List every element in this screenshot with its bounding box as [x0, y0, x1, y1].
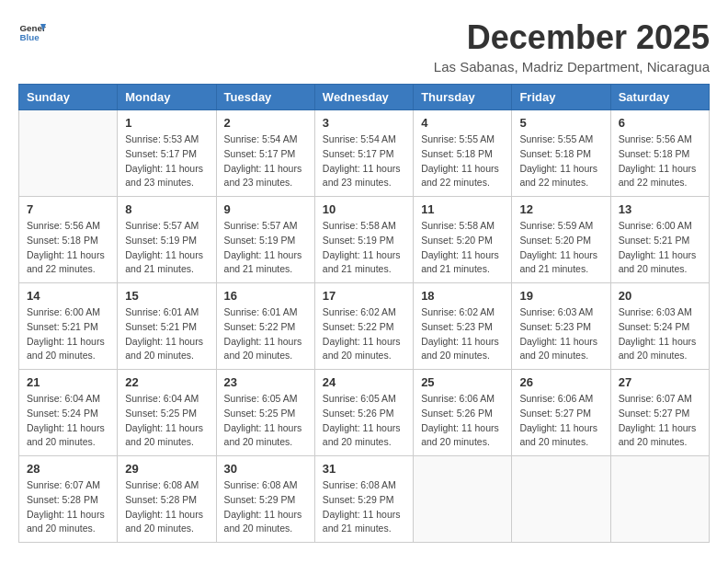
table-row: 7Sunrise: 5:56 AMSunset: 5:18 PMDaylight… [19, 197, 118, 283]
table-row: 29Sunrise: 6:08 AMSunset: 5:28 PMDayligh… [118, 456, 216, 543]
table-row: 15Sunrise: 6:01 AMSunset: 5:21 PMDayligh… [118, 283, 216, 370]
col-monday: Monday [118, 85, 216, 110]
day-info: Sunrise: 6:05 AMSunset: 5:25 PMDaylight:… [224, 392, 307, 450]
table-row: 20Sunrise: 6:03 AMSunset: 5:24 PMDayligh… [610, 283, 709, 370]
day-info: Sunrise: 5:56 AMSunset: 5:18 PMDaylight:… [619, 132, 701, 190]
table-row: 28Sunrise: 6:07 AMSunset: 5:28 PMDayligh… [19, 456, 118, 543]
table-row: 26Sunrise: 6:06 AMSunset: 5:27 PMDayligh… [512, 370, 610, 456]
day-info: Sunrise: 5:59 AMSunset: 5:20 PMDaylight:… [519, 219, 602, 277]
day-number: 20 [619, 289, 701, 303]
page-header: General Blue December 2025 Las Sabanas, … [18, 18, 710, 75]
col-sunday: Sunday [19, 85, 118, 110]
table-row: 4Sunrise: 5:55 AMSunset: 5:18 PMDaylight… [414, 110, 512, 197]
table-row: 18Sunrise: 6:02 AMSunset: 5:23 PMDayligh… [414, 283, 512, 370]
day-number: 23 [224, 375, 307, 389]
logo-icon: General Blue [18, 18, 46, 46]
table-row: 12Sunrise: 5:59 AMSunset: 5:20 PMDayligh… [512, 197, 610, 283]
day-number: 22 [125, 375, 208, 389]
week-row-3: 14Sunrise: 6:00 AMSunset: 5:21 PMDayligh… [19, 283, 710, 370]
day-info: Sunrise: 6:07 AMSunset: 5:28 PMDaylight:… [27, 478, 109, 536]
table-row: 9Sunrise: 5:57 AMSunset: 5:19 PMDaylight… [216, 197, 314, 283]
day-number: 9 [224, 202, 307, 216]
day-info: Sunrise: 5:55 AMSunset: 5:18 PMDaylight:… [421, 132, 504, 190]
week-row-4: 21Sunrise: 6:04 AMSunset: 5:24 PMDayligh… [19, 370, 710, 456]
day-info: Sunrise: 6:03 AMSunset: 5:24 PMDaylight:… [619, 305, 701, 363]
day-number: 8 [125, 202, 208, 216]
col-tuesday: Tuesday [216, 85, 314, 110]
table-row: 10Sunrise: 5:58 AMSunset: 5:19 PMDayligh… [314, 197, 413, 283]
table-row: 14Sunrise: 6:00 AMSunset: 5:21 PMDayligh… [19, 283, 118, 370]
day-number: 30 [224, 462, 307, 476]
table-row: 25Sunrise: 6:06 AMSunset: 5:26 PMDayligh… [414, 370, 512, 456]
day-number: 16 [224, 289, 307, 303]
day-number: 7 [27, 202, 109, 216]
header-row: Sunday Monday Tuesday Wednesday Thursday… [19, 85, 710, 110]
table-row: 1Sunrise: 5:53 AMSunset: 5:17 PMDaylight… [118, 110, 216, 197]
table-row: 22Sunrise: 6:04 AMSunset: 5:25 PMDayligh… [118, 370, 216, 456]
day-info: Sunrise: 5:58 AMSunset: 5:20 PMDaylight:… [421, 219, 504, 277]
day-number: 2 [224, 116, 307, 130]
week-row-2: 7Sunrise: 5:56 AMSunset: 5:18 PMDaylight… [19, 197, 710, 283]
day-info: Sunrise: 6:03 AMSunset: 5:23 PMDaylight:… [519, 305, 602, 363]
day-number: 29 [125, 462, 208, 476]
day-number: 10 [323, 202, 405, 216]
day-info: Sunrise: 6:07 AMSunset: 5:27 PMDaylight:… [619, 392, 701, 450]
logo: General Blue [18, 18, 46, 46]
week-row-5: 28Sunrise: 6:07 AMSunset: 5:28 PMDayligh… [19, 456, 710, 543]
table-row: 6Sunrise: 5:56 AMSunset: 5:18 PMDaylight… [610, 110, 709, 197]
svg-text:Blue: Blue [20, 32, 40, 42]
day-number: 6 [619, 116, 701, 130]
location-title: Las Sabanas, Madriz Department, Nicaragu… [434, 59, 710, 75]
table-row: 2Sunrise: 5:54 AMSunset: 5:17 PMDaylight… [216, 110, 314, 197]
table-row: 8Sunrise: 5:57 AMSunset: 5:19 PMDaylight… [118, 197, 216, 283]
day-info: Sunrise: 6:05 AMSunset: 5:26 PMDaylight:… [323, 392, 405, 450]
table-row [610, 456, 709, 543]
day-number: 17 [323, 289, 405, 303]
day-number: 24 [323, 375, 405, 389]
day-number: 28 [27, 462, 109, 476]
table-row: 11Sunrise: 5:58 AMSunset: 5:20 PMDayligh… [414, 197, 512, 283]
day-info: Sunrise: 5:55 AMSunset: 5:18 PMDaylight:… [519, 132, 602, 190]
col-thursday: Thursday [414, 85, 512, 110]
day-info: Sunrise: 5:54 AMSunset: 5:17 PMDaylight:… [224, 132, 307, 190]
day-info: Sunrise: 6:01 AMSunset: 5:22 PMDaylight:… [224, 305, 307, 363]
day-info: Sunrise: 6:08 AMSunset: 5:28 PMDaylight:… [125, 478, 208, 536]
day-info: Sunrise: 6:02 AMSunset: 5:23 PMDaylight:… [421, 305, 504, 363]
day-number: 15 [125, 289, 208, 303]
table-row: 5Sunrise: 5:55 AMSunset: 5:18 PMDaylight… [512, 110, 610, 197]
table-row: 16Sunrise: 6:01 AMSunset: 5:22 PMDayligh… [216, 283, 314, 370]
day-info: Sunrise: 6:08 AMSunset: 5:29 PMDaylight:… [224, 478, 307, 536]
day-info: Sunrise: 6:04 AMSunset: 5:24 PMDaylight:… [27, 392, 109, 450]
day-number: 27 [619, 375, 701, 389]
day-number: 14 [27, 289, 109, 303]
day-info: Sunrise: 6:04 AMSunset: 5:25 PMDaylight:… [125, 392, 208, 450]
day-number: 18 [421, 289, 504, 303]
day-info: Sunrise: 6:00 AMSunset: 5:21 PMDaylight:… [27, 305, 109, 363]
day-info: Sunrise: 6:01 AMSunset: 5:21 PMDaylight:… [125, 305, 208, 363]
table-row [414, 456, 512, 543]
day-number: 3 [323, 116, 405, 130]
day-number: 5 [519, 116, 602, 130]
table-row: 3Sunrise: 5:54 AMSunset: 5:17 PMDaylight… [314, 110, 413, 197]
table-row: 27Sunrise: 6:07 AMSunset: 5:27 PMDayligh… [610, 370, 709, 456]
day-number: 12 [519, 202, 602, 216]
day-info: Sunrise: 6:08 AMSunset: 5:29 PMDaylight:… [323, 478, 405, 536]
day-info: Sunrise: 5:58 AMSunset: 5:19 PMDaylight:… [323, 219, 405, 277]
col-wednesday: Wednesday [314, 85, 413, 110]
day-number: 26 [519, 375, 602, 389]
col-saturday: Saturday [610, 85, 709, 110]
day-number: 1 [125, 116, 208, 130]
day-number: 4 [421, 116, 504, 130]
day-info: Sunrise: 5:56 AMSunset: 5:18 PMDaylight:… [27, 219, 109, 277]
day-info: Sunrise: 5:53 AMSunset: 5:17 PMDaylight:… [125, 132, 208, 190]
table-row: 23Sunrise: 6:05 AMSunset: 5:25 PMDayligh… [216, 370, 314, 456]
month-title: December 2025 [434, 18, 710, 57]
day-info: Sunrise: 5:57 AMSunset: 5:19 PMDaylight:… [125, 219, 208, 277]
col-friday: Friday [512, 85, 610, 110]
table-row: 30Sunrise: 6:08 AMSunset: 5:29 PMDayligh… [216, 456, 314, 543]
day-number: 11 [421, 202, 504, 216]
day-info: Sunrise: 6:06 AMSunset: 5:27 PMDaylight:… [519, 392, 602, 450]
table-row: 24Sunrise: 6:05 AMSunset: 5:26 PMDayligh… [314, 370, 413, 456]
day-info: Sunrise: 6:06 AMSunset: 5:26 PMDaylight:… [421, 392, 504, 450]
table-row: 17Sunrise: 6:02 AMSunset: 5:22 PMDayligh… [314, 283, 413, 370]
